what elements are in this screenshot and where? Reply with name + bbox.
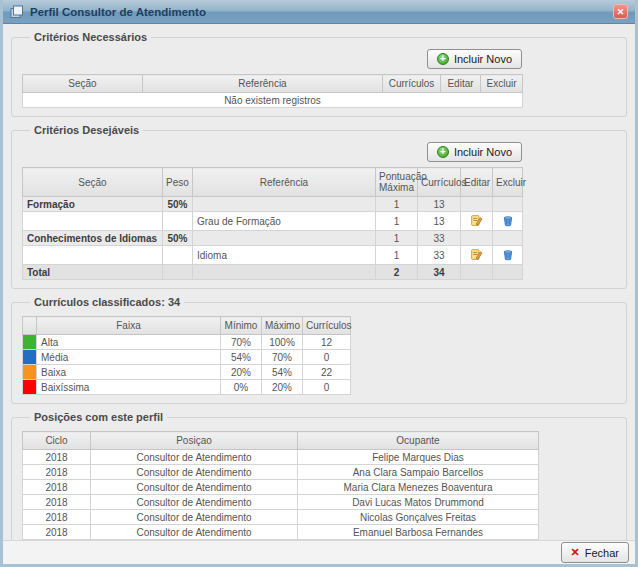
- faixa-row-media: Média 54% 70% 0: [23, 350, 351, 365]
- incluir-novo-desejaveis-button[interactable]: + Incluir Novo: [427, 142, 522, 162]
- item-row-grau-de-formacao: Grau de Formação 1 13: [23, 212, 523, 231]
- close-icon[interactable]: ✕: [613, 4, 628, 19]
- faixa-color-swatch: [23, 335, 37, 350]
- item-row-idioma: Idioma 1 33: [23, 246, 523, 265]
- position-row: 2018Consultor de AtendimentoAna Clara Sa…: [23, 465, 539, 480]
- position-row: 2018Consultor de AtendimentoDavi Lucas M…: [23, 495, 539, 510]
- plus-icon: +: [437, 53, 449, 65]
- col-curriculos: Currículos: [303, 317, 351, 335]
- faixa-row-baixa: Baixa 20% 54% 22: [23, 365, 351, 380]
- col-peso: Peso: [163, 168, 193, 197]
- section-posicoes: Posições com este perfil Ciclo Posiçao O…: [11, 411, 627, 540]
- empty-message: Não existem registros: [23, 93, 523, 108]
- empty-row: Não existem registros: [23, 93, 523, 108]
- col-curriculos: Currículos: [383, 75, 441, 93]
- faixa-color-swatch: [23, 380, 37, 395]
- criterios-desejaveis-table: Seção Peso Referência Pontuação Máxima C…: [22, 167, 523, 280]
- edit-icon[interactable]: [470, 214, 483, 227]
- red-x-icon: ✕: [571, 546, 580, 559]
- faixa-color-swatch: [23, 365, 37, 380]
- curriculos-classificados-legend: Currículos classificados: 34: [30, 296, 184, 308]
- col-secao: Seção: [23, 168, 163, 197]
- col-faixa: Faixa: [37, 317, 221, 335]
- faixa-row-alta: Alta 70% 100% 12: [23, 335, 351, 350]
- faixa-color-swatch: [23, 350, 37, 365]
- col-posicao: Posiçao: [91, 432, 298, 450]
- col-secao: Seção: [23, 75, 143, 93]
- col-ocupante: Ocupante: [298, 432, 539, 450]
- position-row: 2018Consultor de AtendimentoFelipe Marqu…: [23, 450, 539, 465]
- col-pontuacao-maxima: Pontuação Máxima: [376, 168, 418, 197]
- position-row: 2018Consultor de AtendimentoNicolas Gonç…: [23, 510, 539, 525]
- fechar-button[interactable]: ✕ Fechar: [561, 542, 629, 563]
- criterios-necessarios-legend: Critérios Necessários: [30, 31, 151, 43]
- edit-icon[interactable]: [470, 248, 483, 261]
- dialog-window: Perfil Consultor de Atendimento ✕ Critér…: [0, 0, 638, 567]
- col-editar: Editar: [441, 75, 481, 93]
- table-header-row: Faixa Mínimo Máximo Currículos: [23, 317, 351, 335]
- group-row-conhecimentos-idiomas: Conhecimentos de Idiomas 50% 1 33: [23, 231, 523, 246]
- criterios-necessarios-table: Seção Referência Currículos Editar Exclu…: [22, 74, 523, 108]
- titlebar: Perfil Consultor de Atendimento ✕: [3, 0, 635, 24]
- table-header-row: Seção Referência Currículos Editar Exclu…: [23, 75, 523, 93]
- section-criterios-desejaveis: Critérios Desejáveis + Incluir Novo Seçã…: [11, 124, 627, 289]
- col-maximo: Máximo: [262, 317, 303, 335]
- fechar-label: Fechar: [585, 547, 619, 559]
- col-editar: Editar: [461, 168, 493, 197]
- delete-icon[interactable]: [502, 248, 514, 261]
- window-title: Perfil Consultor de Atendimento: [30, 6, 607, 18]
- posicoes-table: Ciclo Posiçao Ocupante 2018Consultor de …: [22, 431, 539, 540]
- section-curriculos-classificados: Currículos classificados: 34 Faixa Mínim…: [11, 296, 627, 404]
- col-excluir: Excluir: [481, 75, 523, 93]
- col-referencia: Referência: [193, 168, 376, 197]
- total-row: Total 2 34: [23, 265, 523, 280]
- col-excluir: Excluir: [493, 168, 523, 197]
- plus-icon: +: [437, 146, 449, 158]
- dialog-content: Critérios Necessários + Incluir Novo Seç…: [3, 24, 635, 540]
- incluir-novo-label: Incluir Novo: [454, 53, 512, 65]
- incluir-novo-necessarios-button[interactable]: + Incluir Novo: [427, 49, 522, 69]
- criterios-desejaveis-legend: Critérios Desejáveis: [30, 124, 143, 136]
- position-row: 2018Consultor de AtendimentoEmanuel Barb…: [23, 525, 539, 540]
- posicoes-legend: Posições com este perfil: [30, 411, 167, 423]
- col-referencia: Referência: [143, 75, 383, 93]
- table-header-row: Seção Peso Referência Pontuação Máxima C…: [23, 168, 523, 197]
- dialog-footer: ✕ Fechar: [3, 540, 635, 564]
- window-icon: [10, 5, 24, 19]
- col-cor: [23, 317, 37, 335]
- incluir-novo-label: Incluir Novo: [454, 146, 512, 158]
- section-criterios-necessarios: Critérios Necessários + Incluir Novo Seç…: [11, 31, 627, 117]
- delete-icon[interactable]: [502, 214, 514, 227]
- faixa-row-baixissima: Baixíssima 0% 20% 0: [23, 380, 351, 395]
- group-row-formacao: Formação 50% 1 13: [23, 197, 523, 212]
- table-header-row: Ciclo Posiçao Ocupante: [23, 432, 539, 450]
- position-row: 2018Consultor de AtendimentoMaria Clara …: [23, 480, 539, 495]
- col-ciclo: Ciclo: [23, 432, 91, 450]
- col-minimo: Mínimo: [221, 317, 262, 335]
- curriculos-classificados-table: Faixa Mínimo Máximo Currículos Alta 70% …: [22, 316, 351, 395]
